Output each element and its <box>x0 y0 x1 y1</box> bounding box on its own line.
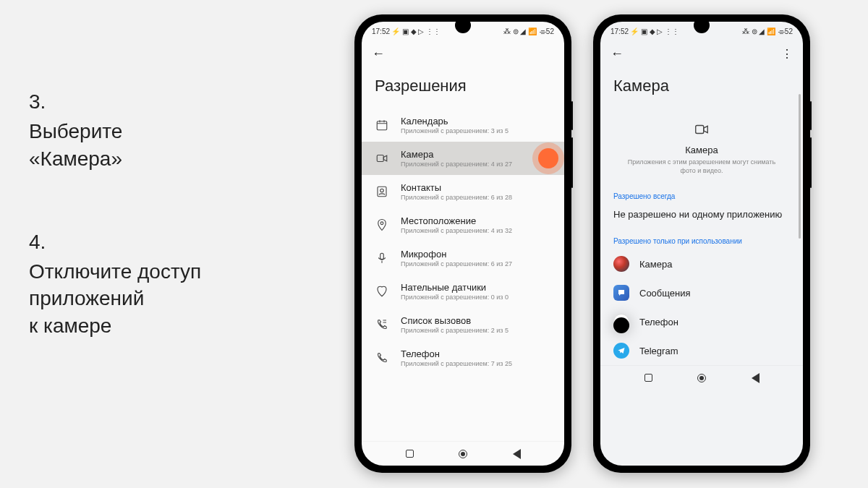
phone-icon <box>375 351 389 365</box>
permission-title: Камера <box>401 149 551 160</box>
app-bar: ← ⋮ <box>600 40 803 67</box>
app-label: Сообщения <box>639 288 691 299</box>
permission-subtitle: Приложений с разрешением: 0 из 0 <box>401 294 551 301</box>
step-text: Выберите «Камера» <box>29 118 304 173</box>
permissions-list[interactable]: КалендарьПриложений с разрешением: 3 из … <box>362 108 564 441</box>
permission-item-mic[interactable]: МикрофонПриложений с разрешением: 6 из 2… <box>362 241 564 275</box>
svg-rect-6 <box>696 126 704 134</box>
app-row-messages[interactable]: Сообщения <box>600 278 803 307</box>
step-number: 3. <box>29 90 304 114</box>
phone-app-icon <box>613 314 629 330</box>
app-bar: ← <box>362 40 564 67</box>
section-allowed-in-use: Разрешено только при использовании <box>600 231 803 249</box>
mic-icon <box>375 251 389 265</box>
permission-title: Микрофон <box>401 249 551 260</box>
step-number: 4. <box>29 231 304 254</box>
camera-icon <box>375 151 389 166</box>
nav-bar <box>600 365 803 390</box>
camera-icon <box>622 121 781 140</box>
permission-description: Приложения с этим разрешением могут сним… <box>622 158 781 175</box>
status-time: 17:52 <box>372 27 390 35</box>
tap-indicator <box>538 148 558 168</box>
svg-point-3 <box>380 189 384 192</box>
messages-app-icon <box>613 285 629 301</box>
more-menu-button[interactable]: ⋮ <box>781 47 793 61</box>
camera-app-icon <box>613 256 629 272</box>
apps-list: КамераСообщенияТелефонTelegram <box>600 249 803 365</box>
permission-title: Список вызовов <box>401 315 551 326</box>
permission-item-calendar[interactable]: КалендарьПриложений с разрешением: 3 из … <box>362 108 564 142</box>
status-icons-right: ⁂ ⊚ ◢ 📶 ⌯52 <box>503 27 554 35</box>
app-label: Телефон <box>639 317 678 328</box>
instruction-step-3: 3. Выберите «Камера» <box>29 90 304 173</box>
nav-bar <box>362 441 564 466</box>
permission-subtitle: Приложений с разрешением: 7 из 25 <box>401 360 551 367</box>
permission-item-calllog[interactable]: Список вызововПриложений с разрешением: … <box>362 308 564 341</box>
permission-subtitle: Приложений с разрешением: 3 из 5 <box>401 127 551 134</box>
back-button[interactable]: ← <box>610 46 624 61</box>
telegram-app-icon <box>613 343 629 359</box>
svg-rect-2 <box>378 187 386 197</box>
status-icons-left: ⚡ ▣ ◆ ▷ ⋮⋮ <box>630 27 679 35</box>
phone-volume-button <box>571 137 573 188</box>
permission-subtitle: Приложений с разрешением: 4 из 27 <box>401 160 551 168</box>
permission-title: Календарь <box>401 116 551 127</box>
permission-title: Контакты <box>401 182 551 193</box>
status-bar: 17:52 ⚡ ▣ ◆ ▷ ⋮⋮ ⁂ ⊚ ◢ 📶 ⌯52 <box>600 22 803 40</box>
phone-power-button <box>810 101 812 130</box>
nav-back-button[interactable] <box>749 372 761 384</box>
permission-item-phone[interactable]: ТелефонПриложений с разрешением: 7 из 25 <box>362 341 564 374</box>
svg-rect-0 <box>377 121 387 130</box>
calendar-icon <box>375 118 389 132</box>
status-icons-right: ⁂ ⊚ ◢ 📶 ⌯52 <box>742 27 793 35</box>
status-time: 17:52 <box>610 27 629 35</box>
app-row-telegram[interactable]: Telegram <box>600 336 803 365</box>
phone-volume-button <box>810 137 812 188</box>
status-icons-left: ⚡ ▣ ◆ ▷ ⋮⋮ <box>391 27 441 35</box>
nav-back-button[interactable] <box>511 448 522 460</box>
calllog-icon <box>375 317 389 332</box>
permission-item-contacts[interactable]: КонтактыПриложений с разрешением: 6 из 2… <box>362 175 564 208</box>
back-button[interactable]: ← <box>372 46 385 61</box>
instructions-panel: 3. Выберите «Камера» 4. Отключите доступ… <box>29 90 304 398</box>
camera-permission-header: Камера Приложения с этим разрешением мог… <box>600 108 803 187</box>
permission-item-location[interactable]: МестоположениеПриложений с разрешением: … <box>362 208 564 241</box>
permission-item-camera[interactable]: КамераПриложений с разрешением: 4 из 27 <box>362 142 564 175</box>
section-allowed-always: Разрешено всегда <box>600 187 803 205</box>
location-icon <box>375 218 389 232</box>
phone-mockup-camera-permission: 17:52 ⚡ ▣ ◆ ▷ ⋮⋮ ⁂ ⊚ ◢ 📶 ⌯52 ← ⋮ Камера … <box>593 14 810 473</box>
phone-mockup-permissions: 17:52 ⚡ ▣ ◆ ▷ ⋮⋮ ⁂ ⊚ ◢ 📶 ⌯52 ← Разрешени… <box>354 14 571 473</box>
permission-subtitle: Приложений с разрешением: 4 из 32 <box>401 227 551 234</box>
instruction-step-4: 4. Отключите доступ приложений к камере <box>29 231 304 340</box>
permission-name: Камера <box>622 145 781 155</box>
permission-item-body[interactable]: Нательные датчикиПриложений с разрешение… <box>362 275 564 308</box>
empty-allowed-message: Не разрешено ни одному приложению <box>600 205 803 231</box>
nav-home-button[interactable] <box>457 448 469 460</box>
app-label: Камера <box>639 259 672 270</box>
step-text: Отключите доступ приложений к камере <box>29 258 304 340</box>
status-bar: 17:52 ⚡ ▣ ◆ ▷ ⋮⋮ ⁂ ⊚ ◢ 📶 ⌯52 <box>362 22 564 40</box>
app-label: Telegram <box>639 346 678 356</box>
scroll-indicator[interactable] <box>799 94 801 239</box>
app-row-phone[interactable]: Телефон <box>600 307 803 336</box>
body-icon <box>375 284 389 299</box>
page-title: Разрешения <box>362 67 564 108</box>
permission-subtitle: Приложений с разрешением: 2 из 5 <box>401 327 551 334</box>
nav-recent-button[interactable] <box>642 372 654 384</box>
permission-title: Местоположение <box>401 215 551 226</box>
nav-home-button[interactable] <box>696 372 707 384</box>
nav-recent-button[interactable] <box>404 448 415 460</box>
permission-title: Нательные датчики <box>401 282 551 293</box>
permission-subtitle: Приложений с разрешением: 6 из 28 <box>401 194 551 201</box>
permission-title: Телефон <box>401 348 551 359</box>
svg-point-4 <box>380 222 383 225</box>
page-title: Камера <box>600 67 803 108</box>
permission-subtitle: Приложений с разрешением: 6 из 27 <box>401 260 551 267</box>
app-row-camera[interactable]: Камера <box>600 249 803 278</box>
phone-power-button <box>571 101 573 130</box>
svg-rect-1 <box>377 155 383 162</box>
contacts-icon <box>375 184 389 199</box>
